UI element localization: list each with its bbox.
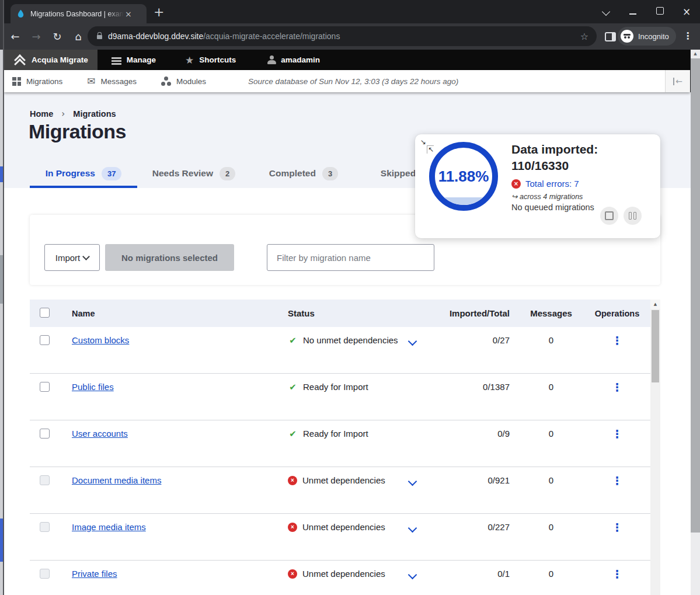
page-scrollbar-thumb[interactable]: [691, 58, 700, 533]
tab-needs-review[interactable]: Needs Review 2: [144, 159, 243, 188]
status-icon: ✔: [288, 429, 298, 439]
column-header-operations: Operations: [584, 309, 650, 318]
row-operations-kebab-icon[interactable]: ⋮: [612, 474, 623, 487]
selection-label: No migrations selected: [121, 253, 218, 263]
status-chevron-down-icon[interactable]: [408, 337, 417, 346]
browser-tab[interactable]: Migrations Dashboard | example ×: [11, 4, 147, 23]
toolbar-item-shortcuts[interactable]: ★ Shortcuts: [176, 50, 245, 70]
status-label: Unmet dependencies: [302, 475, 385, 485]
migration-name-link[interactable]: Public files: [72, 382, 114, 392]
nav-item-migrations[interactable]: Migrations: [4, 77, 71, 86]
minimize-button[interactable]: [619, 6, 646, 17]
tab-completed[interactable]: Completed 3: [261, 159, 346, 188]
no-migrations-selected-button: No migrations selected: [105, 244, 234, 271]
row-checkbox[interactable]: [40, 335, 50, 345]
window-edge-strip: [0, 0, 4, 595]
address-bar[interactable]: d9ama-ddevblog.ddev.site/acquia-migrate-…: [88, 26, 597, 46]
progress-fill: [435, 197, 492, 205]
row-operations-kebab-icon[interactable]: ⋮: [612, 521, 623, 534]
row-operations-kebab-icon[interactable]: ⋮: [612, 381, 623, 394]
migration-filter-input[interactable]: [267, 244, 434, 271]
acquia-logo-icon: [13, 56, 26, 64]
page-scroll-up-arrow-icon[interactable]: ▲: [691, 50, 700, 58]
row-checkbox[interactable]: [40, 429, 50, 439]
toolbar-item-manage[interactable]: Manage: [102, 50, 165, 70]
across-migrations-note: ↪ across 4 migrations: [511, 192, 583, 201]
tab-search-chevron-icon[interactable]: [593, 6, 619, 17]
toolbar-item-user[interactable]: amadamin: [258, 50, 329, 70]
imported-total-cell: 0/227: [447, 514, 518, 532]
table-scrollbar-thumb[interactable]: [652, 310, 659, 382]
tab-close-icon[interactable]: ×: [125, 9, 132, 19]
imported-total-cell: 0/27: [447, 327, 518, 345]
back-icon[interactable]: ←: [5, 30, 26, 43]
browser-titlebar: Migrations Dashboard | example × + ×: [0, 0, 700, 23]
select-all-checkbox[interactable]: [40, 308, 50, 318]
bookmark-star-icon[interactable]: ☆: [580, 31, 588, 42]
table-header-row: Name Status Imported/Total Messages Oper…: [30, 300, 660, 327]
page-scrollbar[interactable]: ▲: [691, 50, 700, 595]
collapse-card-icon[interactable]: ↖: [427, 145, 434, 154]
row-checkbox[interactable]: [40, 569, 50, 579]
row-checkbox[interactable]: [40, 522, 50, 532]
tab-in-progress[interactable]: In Progress 37: [30, 159, 137, 188]
browser-menu-icon[interactable]: ⋮: [683, 30, 692, 41]
source-database-note: Source database of Sun Nov 12, 3:03 (3 d…: [248, 77, 458, 86]
migration-name-link[interactable]: Private files: [72, 569, 117, 579]
toolbar-item-acquia-migrate[interactable]: Acquia Migrate: [4, 50, 97, 70]
migration-name-link[interactable]: User accounts: [72, 429, 128, 439]
collapse-toolbar-button[interactable]: ←: [665, 70, 690, 92]
table-row: Image media items × Unmet dependencies 0…: [30, 514, 660, 561]
table-row: Private files × Unmet dependencies 0/1 0…: [30, 561, 660, 595]
column-header-status: Status: [278, 308, 447, 318]
toolbar-item-label: Manage: [127, 55, 156, 64]
import-dropdown-button[interactable]: Import: [44, 244, 100, 271]
nav-item-modules[interactable]: Modules: [153, 76, 214, 86]
browser-window: Migrations Dashboard | example × + × ← →…: [0, 0, 700, 595]
migration-name-link[interactable]: Custom blocks: [72, 335, 129, 345]
tab-count-badge: 3: [322, 167, 338, 180]
side-panel-icon[interactable]: [605, 32, 616, 41]
row-operations-kebab-icon[interactable]: ⋮: [612, 334, 623, 347]
close-button[interactable]: ×: [673, 6, 700, 18]
breadcrumb-home-link[interactable]: Home: [30, 109, 53, 119]
stop-button[interactable]: [600, 207, 618, 225]
status-icon: ×: [288, 476, 297, 485]
pause-button[interactable]: [624, 207, 642, 225]
resize-handle-icon[interactable]: ↘: [420, 138, 426, 146]
progress-percent: 11.88%: [438, 168, 489, 186]
scroll-up-arrow-icon[interactable]: ▲: [650, 300, 660, 309]
status-chevron-down-icon[interactable]: [408, 570, 417, 580]
messages-cell: 0: [518, 561, 584, 579]
row-checkbox[interactable]: [40, 475, 50, 485]
status-chevron-down-icon[interactable]: [408, 524, 417, 533]
status-icon: ✔: [288, 335, 298, 346]
tab-count-badge: 37: [102, 167, 121, 180]
row-operations-kebab-icon[interactable]: ⋮: [612, 427, 623, 440]
table-row: User accounts ✔ Ready for Import 0/9 0 ⋮: [30, 420, 660, 467]
row-checkbox[interactable]: [40, 382, 50, 392]
new-tab-button[interactable]: +: [154, 6, 164, 19]
table-scrollbar[interactable]: ▲: [650, 300, 660, 595]
migration-name-link[interactable]: Document media items: [72, 475, 161, 485]
imported-total-cell: 0/921: [447, 467, 518, 485]
envelope-icon: ✉: [87, 75, 95, 87]
pause-icon: [629, 212, 636, 220]
maximize-button[interactable]: [646, 6, 673, 17]
nav-item-label: Modules: [176, 77, 206, 86]
table-row: Public files ✔ Ready for Import 0/1387 0…: [30, 374, 660, 420]
import-progress-card: ↘ ↖ 11.88% Data imported: 110/16330 × To…: [415, 134, 660, 238]
reload-icon[interactable]: ↻: [47, 30, 68, 43]
lock-icon[interactable]: [97, 35, 102, 39]
total-errors-link[interactable]: Total errors: 7: [525, 179, 579, 189]
forward-icon[interactable]: →: [26, 30, 47, 43]
tab-title: Migrations Dashboard | example: [30, 10, 124, 18]
progress-ring: 11.88%: [429, 142, 498, 211]
nav-item-messages[interactable]: ✉ Messages: [79, 75, 145, 87]
migration-name-link[interactable]: Image media items: [72, 522, 146, 532]
home-icon[interactable]: ⌂: [68, 30, 89, 43]
nav-item-label: Migrations: [26, 77, 62, 86]
status-chevron-down-icon[interactable]: [408, 477, 417, 486]
row-operations-kebab-icon[interactable]: ⋮: [612, 568, 623, 580]
messages-cell: 0: [518, 467, 584, 485]
